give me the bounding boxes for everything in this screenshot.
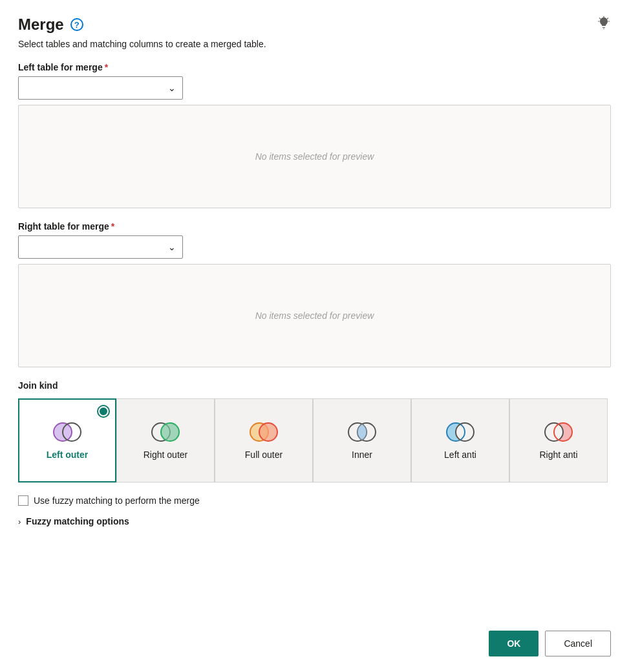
right-table-preview-text: No items selected for preview [255, 310, 374, 321]
svg-point-11 [259, 423, 277, 441]
help-icon[interactable]: ? [70, 18, 83, 31]
dialog-header: Merge ? [18, 16, 611, 34]
join-kind-label: Join kind [18, 380, 611, 391]
join-option-left-outer[interactable]: Left outer [18, 398, 116, 482]
left-table-label: Left table for merge* [18, 62, 611, 72]
join-option-full-outer[interactable]: Full outer [215, 398, 313, 482]
join-option-inner[interactable]: Inner [313, 398, 411, 482]
fuzzy-options-label: Fuzzy matching options [26, 516, 129, 526]
left-anti-venn-icon [443, 420, 478, 444]
cancel-button[interactable]: Cancel [545, 631, 611, 656]
dialog-footer: OK Cancel [18, 618, 611, 656]
merge-dialog: Merge ? Select tables and matching colum… [0, 0, 629, 672]
fuzzy-matching-checkbox[interactable] [18, 495, 28, 506]
right-table-dropdown[interactable]: ⌄ [18, 235, 183, 259]
fuzzy-matching-label: Use fuzzy matching to perform the merge [34, 495, 200, 506]
dialog-title: Merge [18, 16, 64, 34]
left-table-dropdown[interactable]: ⌄ [18, 76, 183, 100]
inner-venn-icon [345, 420, 379, 444]
dialog-subtitle: Select tables and matching columns to cr… [18, 39, 611, 49]
right-table-label: Right table for merge* [18, 221, 611, 232]
join-options-group: Left outer Right outer Full outer [18, 398, 611, 482]
join-option-full-outer-label: Full outer [245, 449, 283, 461]
join-option-right-outer[interactable]: Right outer [116, 398, 215, 482]
join-option-right-anti-label: Right anti [539, 449, 577, 461]
right-outer-venn-icon [148, 420, 183, 444]
left-table-preview-text: No items selected for preview [255, 151, 374, 162]
bulb-icon[interactable] [597, 16, 611, 34]
fuzzy-options-expander[interactable]: › Fuzzy matching options [18, 516, 611, 526]
join-option-left-anti[interactable]: Left anti [411, 398, 509, 482]
join-option-right-outer-label: Right outer [144, 449, 187, 461]
ok-button[interactable]: OK [489, 631, 538, 656]
full-outer-venn-icon [246, 420, 281, 444]
svg-line-3 [608, 17, 608, 18]
selected-indicator [98, 406, 109, 417]
left-table-preview: No items selected for preview [18, 105, 611, 208]
join-option-left-anti-label: Left anti [444, 449, 476, 461]
right-table-chevron-icon: ⌄ [168, 242, 176, 252]
right-table-preview: No items selected for preview [18, 264, 611, 367]
svg-point-9 [161, 423, 179, 441]
join-option-inner-label: Inner [352, 449, 372, 461]
svg-line-2 [599, 17, 600, 18]
join-option-right-anti[interactable]: Right anti [509, 398, 608, 482]
left-outer-venn-icon [50, 420, 85, 444]
join-option-left-outer-label: Left outer [47, 449, 89, 461]
fuzzy-options-chevron-icon: › [18, 517, 21, 526]
left-table-chevron-icon: ⌄ [168, 83, 176, 93]
fuzzy-matching-row[interactable]: Use fuzzy matching to perform the merge [18, 495, 611, 506]
header-left: Merge ? [18, 16, 83, 34]
right-anti-venn-icon [541, 420, 576, 444]
